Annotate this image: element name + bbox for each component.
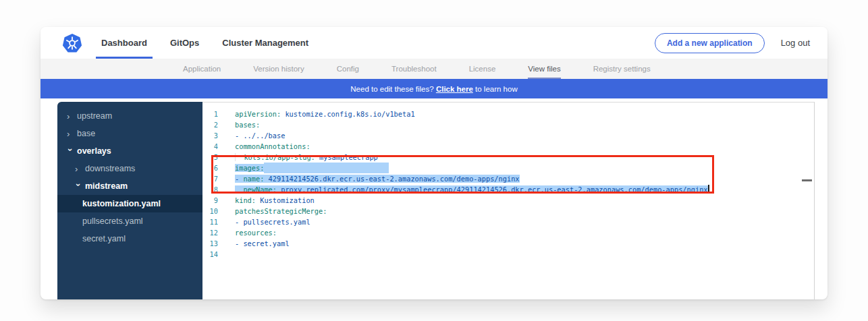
application-subnav: ApplicationVersion historyConfigTroubles… [40, 59, 828, 79]
code-line-13[interactable]: 13- secret.yaml [202, 238, 814, 249]
file-tree-label: base [77, 129, 95, 138]
code-text: - name: 429114214526.dkr.ecr.us-east-2.a… [235, 173, 520, 184]
chevron-down-icon: › [74, 183, 83, 191]
file-tree-label: secret.yaml [82, 234, 126, 243]
line-number[interactable]: 1 [202, 109, 218, 119]
code-line-3[interactable]: 3- ../../base [202, 130, 814, 141]
subnav-tab-version-history[interactable]: Version history [253, 59, 304, 79]
line-number[interactable]: 12 [202, 227, 218, 238]
line-number[interactable]: 9 [202, 195, 218, 206]
code-line-5[interactable]: 5 kots.io/app-slug: mysampleecrapp [202, 152, 814, 163]
selected-text: images: [235, 164, 264, 172]
header-tab-gitops[interactable]: GitOps [170, 27, 199, 59]
line-number[interactable]: 10 [202, 206, 218, 216]
line-number[interactable]: 5 [202, 152, 218, 163]
logout-link[interactable]: Log out [781, 38, 810, 48]
file-tree-label: downstreams [85, 164, 135, 173]
code-line-8[interactable]: 8 newName: proxy.replicated.com/proxy/my… [202, 184, 814, 195]
line-number[interactable]: 13 [202, 238, 218, 249]
sidebar-item-secret-yaml[interactable]: secret.yaml [57, 230, 202, 247]
line-number[interactable]: 2 [202, 119, 218, 130]
code-line-4[interactable]: 4commonAnnotations: [202, 141, 814, 152]
selected-text: newName: proxy.replicated.com/proxy/mysa… [235, 185, 709, 194]
code-line-14[interactable]: 14 [202, 249, 814, 260]
line-number[interactable]: 4 [202, 141, 218, 152]
sidebar-item-overlays[interactable]: ›overlays [57, 142, 202, 160]
code-line-12[interactable]: 12resources: [202, 227, 814, 238]
chevron-right-icon: › [67, 129, 74, 138]
line-number[interactable]: 8 [202, 184, 218, 195]
sidebar-item-downstreams[interactable]: ›downstreams [57, 160, 202, 177]
banner-text-after: to learn how [473, 85, 518, 93]
code-line-10[interactable]: 10patchesStrategicMerge: [202, 206, 814, 216]
text-cursor [708, 185, 709, 194]
code-text: patchesStrategicMerge: [235, 206, 327, 216]
subnav-tab-application[interactable]: Application [183, 59, 221, 79]
file-tree-label: midstream [85, 181, 128, 191]
code-text: - ../../base [235, 130, 285, 141]
add-new-application-button[interactable]: Add a new application [655, 33, 765, 53]
overview-ruler-cursor-marker [802, 179, 812, 181]
file-tree-label: pullsecrets.yaml [82, 216, 143, 226]
chevron-down-icon: › [66, 148, 75, 156]
admin-console-window: DashboardGitOpsCluster Management Add a … [40, 27, 828, 299]
file-tree-label: upstream [77, 111, 112, 121]
header-tab-cluster-management[interactable]: Cluster Management [222, 27, 308, 59]
top-navigation: DashboardGitOpsCluster Management Add a … [40, 27, 828, 59]
file-tree-label: kustomization.yaml [82, 199, 161, 208]
click-here-link[interactable]: Click here [436, 85, 473, 93]
code-text: kind: Kustomization [235, 195, 315, 206]
line-number[interactable]: 11 [202, 216, 218, 227]
subnav-tab-view-files[interactable]: View files [528, 59, 560, 79]
file-tree-label: overlays [77, 146, 111, 156]
sidebar-item-midstream[interactable]: ›midstream [57, 177, 202, 195]
code-text: - secret.yaml [235, 238, 290, 249]
code-text: commonAnnotations: [235, 141, 310, 152]
header-tab-dashboard[interactable]: Dashboard [101, 27, 147, 59]
edit-files-banner: Need to edit these files? Click here to … [40, 79, 828, 98]
subnav-tab-license[interactable]: License [469, 59, 496, 79]
selected-text: - name: 429114214526.dkr.ecr.us-east-2.a… [235, 175, 520, 183]
file-tree-sidebar: ›upstream›base›overlays›downstreams›mids… [57, 102, 202, 299]
code-text: resources: [235, 227, 277, 238]
code-text: images: [235, 163, 389, 173]
line-number[interactable]: 3 [202, 130, 218, 141]
line-number[interactable]: 7 [202, 173, 218, 184]
code-line-2[interactable]: 2bases: [202, 119, 814, 130]
sidebar-item-upstream[interactable]: ›upstream [57, 107, 202, 125]
sidebar-item-kustomization-yaml[interactable]: kustomization.yaml [57, 195, 202, 212]
banner-text-before: Need to edit these files? [350, 85, 436, 93]
code-text: kots.io/app-slug: mysampleecrapp [235, 152, 378, 163]
code-editor[interactable]: 1apiVersion: kustomize.config.k8s.io/v1b… [202, 102, 815, 299]
sidebar-item-base[interactable]: ›base [57, 125, 202, 142]
view-files-content: ›upstream›base›overlays›downstreams›mids… [57, 102, 828, 299]
subnav-tab-troubleshoot[interactable]: Troubleshoot [391, 59, 437, 79]
code-text: bases: [235, 119, 260, 130]
line-number[interactable]: 14 [202, 249, 218, 260]
kubernetes-logo-icon [62, 33, 82, 53]
subnav-tab-registry-settings[interactable]: Registry settings [593, 59, 651, 79]
code-line-9[interactable]: 9kind: Kustomization [202, 195, 814, 206]
code-text: newName: proxy.replicated.com/proxy/mysa… [235, 184, 709, 195]
code-line-7[interactable]: 7- name: 429114214526.dkr.ecr.us-east-2.… [202, 173, 814, 184]
line-number[interactable]: 6 [202, 163, 218, 173]
code-text: apiVersion: kustomize.config.k8s.io/v1be… [235, 109, 415, 119]
header-tabs: DashboardGitOpsCluster Management [101, 27, 331, 59]
code-line-1[interactable]: 1apiVersion: kustomize.config.k8s.io/v1b… [202, 109, 814, 119]
subnav-tab-config[interactable]: Config [337, 59, 359, 79]
chevron-right-icon: › [67, 112, 74, 121]
sidebar-item-pullsecrets-yaml[interactable]: pullsecrets.yaml [57, 212, 202, 230]
chevron-right-icon: › [75, 165, 82, 173]
code-lines: 1apiVersion: kustomize.config.k8s.io/v1b… [202, 109, 814, 260]
code-line-6[interactable]: 6images: [202, 163, 814, 173]
code-line-11[interactable]: 11- pullsecrets.yaml [202, 216, 814, 227]
code-text: - pullsecrets.yaml [235, 216, 310, 227]
